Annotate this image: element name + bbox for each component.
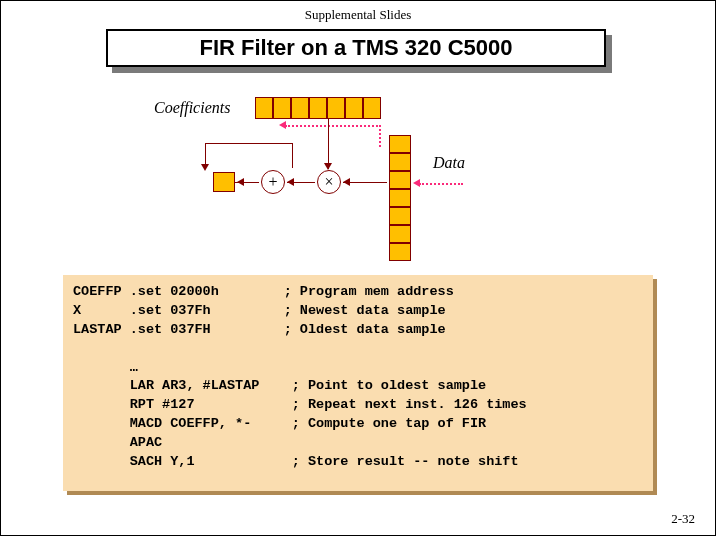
coeff-down-arrowhead (324, 163, 332, 170)
coeff-flow-arrowhead (279, 121, 286, 129)
feedback-path (205, 143, 293, 167)
data-cell (389, 189, 411, 207)
feedback-arrowhead-left (201, 164, 209, 171)
slide-frame: Supplemental Slides FIR Filter on a TMS … (0, 0, 716, 536)
coeff-cell (255, 97, 273, 119)
multiplier-node: × (317, 170, 341, 194)
coefficients-label: Coefficients (154, 99, 230, 117)
data-in-arrow (419, 183, 463, 185)
data-label: Data (433, 154, 465, 172)
mult-to-adder-arrowhead (287, 178, 294, 186)
data-cell (389, 225, 411, 243)
data-cell (389, 135, 411, 153)
coeff-flow-arrow (285, 125, 381, 127)
coeff-cell (363, 97, 381, 119)
coeff-cell (345, 97, 363, 119)
coeff-tap-line (328, 119, 329, 147)
coeff-cell (291, 97, 309, 119)
coefficients-row (255, 97, 381, 119)
coeff-cell (327, 97, 345, 119)
data-cell (389, 171, 411, 189)
data-in-arrowhead (413, 179, 420, 187)
adder-node: + (261, 170, 285, 194)
accumulator-cell (213, 172, 235, 192)
data-cell (389, 153, 411, 171)
fb-down-right (292, 143, 293, 168)
title-container: FIR Filter on a TMS 320 C5000 (106, 29, 608, 69)
assembly-code-block: COEFFP .set 02000h ; Program mem address… (63, 275, 653, 491)
title-box: FIR Filter on a TMS 320 C5000 (106, 29, 606, 67)
data-cell (389, 243, 411, 261)
data-to-mult-arrowhead (343, 178, 350, 186)
title-text: FIR Filter on a TMS 320 C5000 (200, 35, 513, 61)
coeff-to-mult-line (379, 125, 381, 147)
coeff-cell (273, 97, 291, 119)
acc-to-adder-arrowhead (237, 178, 244, 186)
slide-header: Supplemental Slides (1, 1, 715, 27)
data-cell (389, 207, 411, 225)
coeff-cell (309, 97, 327, 119)
slide-number: 2-32 (671, 511, 695, 527)
data-column (389, 135, 411, 261)
